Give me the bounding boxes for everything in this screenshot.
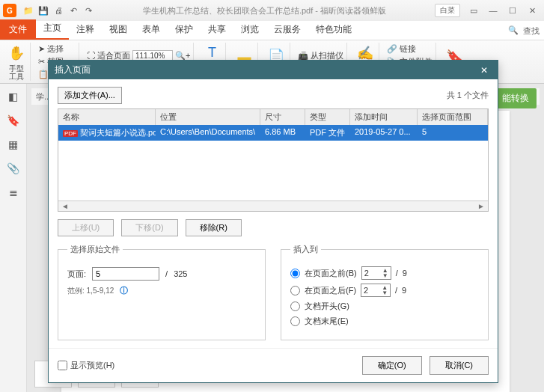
tab-feature[interactable]: 特色功能 bbox=[308, 19, 359, 40]
cursor-icon: ➤ bbox=[38, 44, 45, 54]
snapshot-icon: ✂ bbox=[38, 57, 45, 67]
sidebar: ◧ 🔖 ▦ 📎 ≣ bbox=[0, 84, 27, 392]
minimize-icon[interactable]: — bbox=[484, 4, 502, 17]
sidebar-layers-icon[interactable]: ≣ bbox=[5, 184, 22, 200]
source-legend: 选择原始文件 bbox=[67, 244, 123, 255]
tab-browse[interactable]: 浏览 bbox=[233, 19, 266, 40]
qat-open-icon[interactable]: 📁 bbox=[22, 4, 34, 16]
cell-size: 6.86 MB bbox=[260, 125, 305, 141]
radio-after[interactable] bbox=[290, 286, 300, 295]
after-spin[interactable]: 2▲▼ bbox=[361, 284, 391, 297]
tab-protect[interactable]: 保护 bbox=[168, 19, 201, 40]
sidebar-start-icon[interactable]: ◧ bbox=[5, 88, 22, 105]
sidebar-attachments-icon[interactable]: 📎 bbox=[5, 160, 22, 177]
app-icon: G bbox=[3, 4, 16, 17]
maximize-icon[interactable]: ☐ bbox=[504, 4, 522, 17]
baicai-badge[interactable]: 白菜 bbox=[435, 4, 460, 17]
table-header: 名称 位置 尺寸 类型 添加时间 选择页面范围 bbox=[58, 109, 488, 125]
preview-checkbox-label[interactable]: 显示预览(H) bbox=[58, 360, 114, 371]
sidebar-pages-icon[interactable]: ▦ bbox=[5, 136, 22, 153]
doc-title: 学生机构工作总结、校长团联合会工作总结.pdf - 福昕阅读器领鲜版 bbox=[94, 5, 435, 16]
tab-comment[interactable]: 注释 bbox=[69, 19, 102, 40]
move-down-button: 下移(D) bbox=[121, 219, 177, 236]
radio-before-label: 在页面之前(B) bbox=[305, 268, 357, 279]
col-name[interactable]: 名称 bbox=[58, 109, 156, 125]
tab-cloud[interactable]: 云服务 bbox=[266, 19, 308, 40]
tab-form[interactable]: 表单 bbox=[135, 19, 168, 40]
hand-icon: ✋ bbox=[6, 43, 27, 63]
page-input[interactable] bbox=[92, 267, 159, 281]
cancel-button[interactable]: 取消(C) bbox=[430, 356, 489, 375]
col-range[interactable]: 选择页面范围 bbox=[418, 109, 488, 125]
hand-tool[interactable]: ✋ 手型 工具 bbox=[3, 43, 31, 81]
page-label: 页面: bbox=[67, 269, 86, 280]
radio-tail[interactable] bbox=[290, 316, 300, 326]
close-window-icon[interactable]: ✕ bbox=[523, 4, 541, 17]
table-row[interactable]: PDF契诃夫短篇小说选.pdf C:\Users\Ben\Documents\ … bbox=[58, 125, 488, 141]
convert-button[interactable]: 能转换 bbox=[495, 88, 537, 108]
scroll-left-icon[interactable]: ◄ bbox=[61, 202, 69, 210]
radio-head[interactable] bbox=[290, 301, 300, 311]
file-tab[interactable]: 文件 bbox=[0, 19, 36, 40]
select-tool[interactable]: ➤选择 bbox=[38, 43, 76, 55]
cell-name: 契诃夫短篇小说选.pdf bbox=[80, 128, 156, 137]
slash: / bbox=[165, 269, 168, 278]
page-total: 325 bbox=[174, 269, 187, 278]
col-location[interactable]: 位置 bbox=[156, 109, 260, 125]
qat-redo-icon[interactable]: ↷ bbox=[82, 4, 94, 16]
spin-arrows-icon[interactable]: ▲▼ bbox=[382, 285, 388, 295]
ribbon-tabs: 文件 主页 注释 视图 表单 保护 共享 浏览 云服务 特色功能 🔍 查找 bbox=[0, 21, 544, 40]
dialog-footer: 显示预览(H) 确定(O) 取消(C) bbox=[49, 348, 498, 382]
cell-range: 5 bbox=[418, 125, 488, 141]
dialog-title: 插入页面 bbox=[55, 64, 91, 76]
cell-time: 2019-05-27 0... bbox=[350, 125, 418, 141]
cell-location: C:\Users\Ben\Documents\ bbox=[156, 125, 260, 141]
zoom-in-icon[interactable]: 🔍+ bbox=[175, 51, 190, 61]
cell-type: PDF 文件 bbox=[305, 125, 350, 141]
radio-tail-label: 文档末尾(E) bbox=[305, 316, 349, 327]
ribbon-toggle-icon[interactable]: ▭ bbox=[465, 4, 483, 17]
dialog-titlebar: 插入页面 ✕ bbox=[49, 61, 498, 79]
find-icon[interactable]: 🔍 bbox=[508, 25, 519, 37]
radio-after-label: 在页面之后(F) bbox=[305, 285, 356, 296]
scroll-right-icon[interactable]: ► bbox=[477, 202, 485, 210]
preview-checkbox[interactable] bbox=[58, 361, 67, 370]
find-label[interactable]: 查找 bbox=[523, 25, 540, 37]
move-up-button: 上移(U) bbox=[58, 219, 114, 236]
before-total: 9 bbox=[403, 269, 407, 278]
ok-button[interactable]: 确定(O) bbox=[362, 356, 422, 375]
ribbon-right-tools: 🔍 查找 bbox=[504, 22, 544, 40]
insert-pages-dialog: 插入页面 ✕ 添加文件(A)... 共 1 个文件 名称 位置 尺寸 类型 添加… bbox=[48, 60, 498, 383]
link-tool[interactable]: 🔗链接 bbox=[387, 43, 433, 55]
titlebar: G 📁 💾 🖨 ↶ ↷ 学生机构工作总结、校长团联合会工作总结.pdf - 福昕… bbox=[0, 0, 544, 21]
spin-arrows-icon[interactable]: ▲▼ bbox=[382, 268, 388, 278]
qat-save-icon[interactable]: 💾 bbox=[37, 4, 49, 16]
after-total: 9 bbox=[402, 286, 406, 295]
qat-print-icon[interactable]: 🖨 bbox=[52, 4, 64, 16]
info-icon[interactable]: ⓘ bbox=[120, 285, 128, 296]
radio-before[interactable] bbox=[290, 269, 300, 278]
remove-button[interactable]: 移除(R) bbox=[186, 219, 242, 236]
insert-legend: 插入到 bbox=[290, 244, 321, 255]
tab-share[interactable]: 共享 bbox=[201, 19, 233, 40]
col-size[interactable]: 尺寸 bbox=[260, 109, 305, 125]
link-icon: 🔗 bbox=[387, 44, 397, 54]
table-empty-area bbox=[58, 141, 488, 200]
file-count: 共 1 个文件 bbox=[447, 90, 489, 101]
add-file-button[interactable]: 添加文件(A)... bbox=[58, 87, 122, 104]
clipboard-icon: 📋 bbox=[38, 70, 49, 79]
file-table: 名称 位置 尺寸 类型 添加时间 选择页面范围 PDF契诃夫短篇小说选.pdf … bbox=[58, 108, 489, 212]
before-spin[interactable]: 2▲▼ bbox=[361, 266, 391, 280]
table-scrollbar[interactable]: ◄► bbox=[58, 200, 488, 211]
col-time[interactable]: 添加时间 bbox=[350, 109, 418, 125]
page-hint: 范例: 1,5-9,12 bbox=[67, 286, 114, 296]
source-fieldset: 选择原始文件 页面: / 325 范例: 1,5-9,12 ⓘ bbox=[58, 244, 266, 340]
sidebar-bookmarks-icon[interactable]: 🔖 bbox=[5, 112, 22, 129]
col-type[interactable]: 类型 bbox=[305, 109, 350, 125]
qat-undo-icon[interactable]: ↶ bbox=[67, 4, 79, 16]
radio-head-label: 文档开头(G) bbox=[305, 301, 349, 312]
dialog-close-icon[interactable]: ✕ bbox=[477, 65, 492, 76]
tab-home[interactable]: 主页 bbox=[36, 18, 69, 40]
tab-view[interactable]: 视图 bbox=[102, 19, 135, 40]
pdf-badge-icon: PDF bbox=[63, 130, 78, 137]
